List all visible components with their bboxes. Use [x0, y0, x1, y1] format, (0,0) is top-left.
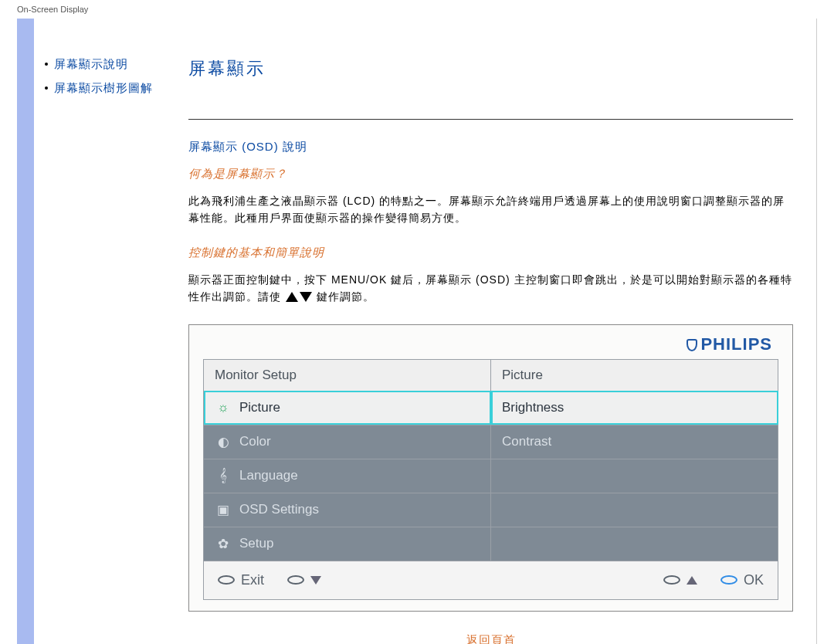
bullet-icon [45, 86, 48, 90]
col-header-monitor-setup: Monitor Setup [204, 359, 491, 391]
question-heading: 何為是屏幕顯示？ [188, 167, 793, 181]
question-heading: 控制鍵的基本和簡單說明 [188, 246, 793, 260]
osd-left-item: ◐Color [204, 425, 491, 459]
paragraph-text: 鍵作調節。 [317, 290, 375, 303]
header-path: On-Screen Display [0, 0, 834, 19]
menu-item-label: OSD Settings [239, 502, 319, 517]
triangle-down-icon [310, 576, 321, 585]
divider [188, 119, 793, 120]
ok-button-hint: OK [720, 572, 764, 588]
osd-right-item [491, 459, 778, 493]
up-button-hint [663, 572, 697, 588]
osd-menu-figure: PHILIPS Monitor Setup Picture ☼PictureBr… [188, 324, 793, 612]
brand-text: PHILIPS [700, 334, 772, 354]
paragraph: 此為飛利浦生產之液晶顯示器 (LCD) 的特點之一。屏幕顯示允許終端用戶透過屏幕… [188, 192, 793, 227]
osd-left-item: ☼Picture [204, 391, 491, 425]
paragraph-text: 顯示器正面控制鍵中，按下 MENU/OK 鍵后，屏幕顯示 (OSD) 主控制窗口… [188, 273, 792, 303]
menu-item-label: Language [239, 468, 298, 483]
osd-right-item [491, 493, 778, 527]
main-content: 屏幕顯示 屏幕顯示 (OSD) 說明 何為是屏幕顯示？ 此為飛利浦生產之液晶顯示… [188, 19, 817, 644]
bullet-icon [45, 63, 48, 66]
exit-label: Exit [241, 572, 264, 588]
section-heading: 屏幕顯示 (OSD) 說明 [188, 140, 793, 154]
sidebar-item-label: 屏幕顯示說明 [54, 57, 128, 72]
menu-item-icon: ◐ [215, 434, 232, 450]
down-button-hint [287, 572, 321, 588]
osd-left-item: ✿Setup [204, 527, 491, 561]
triangle-up-icon [286, 292, 298, 302]
menu-item-icon: ▣ [215, 502, 232, 518]
osd-right-item: Brightness [491, 391, 778, 425]
sidebar-item-osd-tree[interactable]: 屏幕顯示樹形圖解 [45, 81, 181, 96]
triangle-up-icon [687, 576, 697, 585]
osd-right-item: Contrast [491, 425, 778, 459]
osd-bottom-bar: Exit OK [203, 561, 778, 600]
menu-item-icon: ✿ [215, 536, 232, 552]
page-container: 屏幕顯示說明 屏幕顯示樹形圖解 屏幕顯示 屏幕顯示 (OSD) 說明 何為是屏幕… [17, 19, 817, 644]
shield-icon [687, 339, 697, 351]
menu-item-label: Color [239, 434, 271, 449]
exit-button-hint: Exit [218, 572, 264, 588]
oval-icon [218, 575, 235, 585]
osd-menu-table: Monitor Setup Picture ☼PictureBrightness… [203, 359, 778, 561]
col-header-picture: Picture [491, 359, 778, 391]
menu-item-label: Setup [239, 536, 273, 551]
menu-item-label: Picture [239, 400, 280, 415]
osd-left-item: ▣OSD Settings [204, 493, 491, 527]
osd-left-item: 𝄞Language [204, 459, 491, 493]
oval-icon [720, 575, 737, 585]
page-title: 屏幕顯示 [188, 57, 793, 80]
brand-logo: PHILIPS [203, 334, 778, 354]
sidebar: 屏幕顯示說明 屏幕顯示樹形圖解 [34, 19, 188, 644]
oval-icon [287, 575, 304, 585]
menu-item-icon: ☼ [215, 400, 232, 415]
menu-item-icon: 𝄞 [215, 468, 232, 483]
back-to-top-link[interactable]: 返回頁首 [188, 633, 793, 644]
triangle-down-icon [300, 292, 312, 302]
paragraph: 顯示器正面控制鍵中，按下 MENU/OK 鍵后，屏幕顯示 (OSD) 主控制窗口… [188, 271, 793, 306]
sidebar-item-osd-description[interactable]: 屏幕顯示說明 [45, 57, 181, 72]
left-accent-bar [17, 19, 34, 644]
oval-icon [663, 575, 680, 585]
osd-right-item [491, 527, 778, 561]
sidebar-item-label: 屏幕顯示樹形圖解 [54, 81, 153, 96]
ok-label: OK [744, 572, 764, 588]
